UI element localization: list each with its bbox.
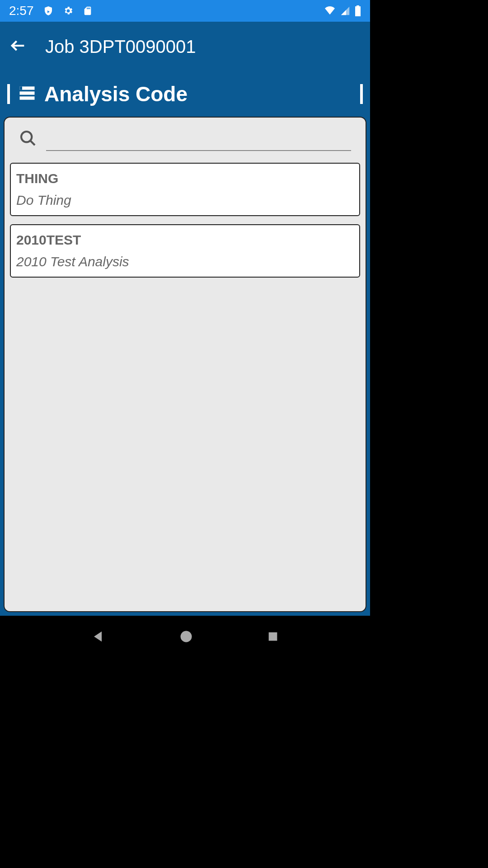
svg-rect-1 [20,91,35,94]
search-row [8,124,362,155]
status-bar: 2:57 [0,0,370,22]
section-marker-left [7,84,10,104]
svg-point-5 [181,631,192,642]
analysis-code-item[interactable]: 2010TEST 2010 Test Analysis [10,224,360,278]
svg-point-4 [21,132,32,142]
nav-back-icon[interactable] [91,629,106,646]
section-header: Analysis Code [0,71,370,117]
item-code: 2010TEST [16,232,354,248]
android-nav-bar [0,616,370,659]
status-right [324,5,361,16]
svg-rect-6 [268,632,277,641]
shield-icon [43,5,54,16]
gear-icon [63,5,74,16]
svg-rect-2 [20,96,35,99]
status-left: 2:57 [9,4,93,18]
item-desc: Do Thing [16,193,354,208]
status-time: 2:57 [9,4,34,18]
search-input[interactable] [46,127,351,151]
nav-recent-icon[interactable] [267,630,279,645]
section-title: Analysis Code [44,82,188,106]
app-bar: Job 3DPT0090001 [0,22,370,71]
search-icon [19,129,37,149]
list-icon [17,83,37,105]
analysis-code-item[interactable]: THING Do Thing [10,163,360,216]
cell-signal-icon [340,6,350,16]
back-arrow-icon[interactable] [9,37,27,57]
nav-home-icon[interactable] [179,630,193,645]
wifi-icon [324,6,336,16]
item-code: THING [16,171,354,186]
sd-card-icon [83,6,93,16]
page-title: Job 3DPT0090001 [45,37,196,57]
content-panel: THING Do Thing 2010TEST 2010 Test Analys… [4,117,366,612]
content-wrap: THING Do Thing 2010TEST 2010 Test Analys… [0,117,370,616]
section-marker-right [360,84,363,104]
item-desc: 2010 Test Analysis [16,254,354,269]
battery-icon [355,5,361,16]
svg-rect-3 [20,86,23,90]
